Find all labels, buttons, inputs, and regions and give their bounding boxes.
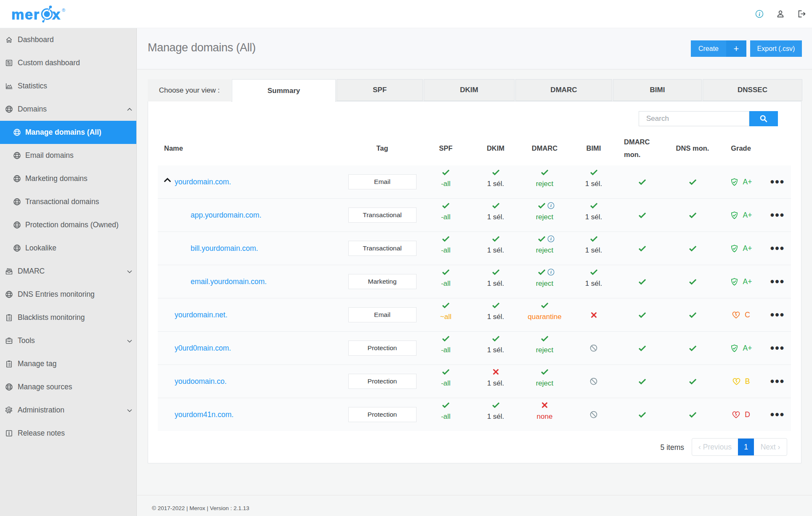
svg-text:®: ® xyxy=(62,8,65,13)
svg-text:x: x xyxy=(52,6,60,22)
svg-text:mer: mer xyxy=(11,6,40,22)
